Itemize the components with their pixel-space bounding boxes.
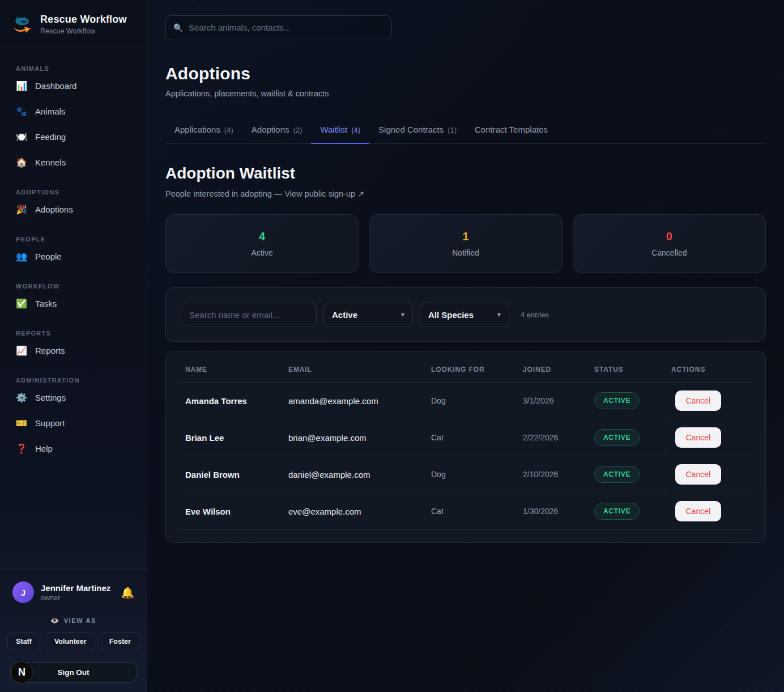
entries-count: 4 entries	[521, 311, 549, 319]
table-row: Amanda Torres amanda@example.com Dog 3/1…	[180, 383, 752, 419]
chevron-down-icon: ▾	[401, 311, 404, 319]
topbar: 🔍	[147, 0, 784, 55]
sidebar-item-animals[interactable]: 🐾 Animals	[0, 99, 147, 124]
stat-card-active: 4 Active	[165, 214, 359, 273]
species-filter-select[interactable]: All Species ▾	[420, 303, 509, 326]
waitlist-table: NAME EMAIL LOOKING FOR JOINED STATUS ACT…	[180, 355, 752, 530]
sidebar-item-label: Adoptions	[35, 205, 73, 214]
view-as-volunteer-button[interactable]: Volunteer	[46, 632, 95, 651]
tab-label: Waitlist	[320, 125, 347, 134]
user-role: owner	[41, 594, 114, 602]
sidebar-item-feeding[interactable]: 🍽️ Feeding	[0, 124, 147, 150]
cell-actions: Cancel	[666, 456, 752, 493]
cancel-button[interactable]: Cancel	[675, 427, 722, 448]
tab-label: Adoptions	[252, 125, 289, 134]
sidebar-item-kennels[interactable]: 🏠 Kennels	[0, 150, 147, 175]
cell-name: Amanda Torres	[180, 383, 283, 419]
sidebar-item-label: People	[35, 252, 62, 261]
sidebar-item-help[interactable]: ❓ Help	[0, 436, 147, 461]
sidebar-footer: J Jennifer Martinez owner 🔔 👁️ VIEW AS S…	[0, 568, 147, 692]
status-badge: ACTIVE	[594, 392, 640, 409]
view-as-roles: Staff Volunteer Foster	[10, 632, 137, 651]
waitlist-title: Adoption Waitlist	[165, 164, 766, 182]
avatar: J	[12, 581, 34, 603]
dev-tools-badge[interactable]: N	[11, 661, 33, 683]
waitlist-search-input[interactable]	[181, 303, 317, 326]
sidebar: Rescue Workflow Rescue Workflow ANIMALS …	[0, 0, 147, 692]
header-actions: ACTIONS	[666, 355, 752, 383]
sidebar-item-settings[interactable]: ⚙️ Settings	[0, 385, 147, 410]
app-title: Rescue Workflow	[40, 14, 127, 26]
sidebar-item-adoptions[interactable]: 🎉 Adoptions	[0, 197, 147, 222]
cell-status: ACTIVE	[589, 419, 666, 456]
nav-section-animals: ANIMALS	[16, 65, 131, 72]
sidebar-item-label: Kennels	[35, 158, 66, 167]
sidebar-item-people[interactable]: 👥 People	[0, 244, 147, 269]
tab-applications[interactable]: Applications (4)	[165, 118, 242, 143]
tab-signed-contracts[interactable]: Signed Contracts (1)	[369, 118, 466, 143]
party-icon: 🎉	[16, 204, 27, 215]
page-content: Adoptions Applications, placements, wait…	[147, 64, 784, 543]
tab-bar: Applications (4) Adoptions (2) Waitlist …	[165, 118, 766, 144]
tab-count: (4)	[224, 126, 233, 134]
view-as-label-row: 👁️ VIEW AS	[10, 617, 137, 625]
stat-notified-value: 1	[462, 230, 468, 243]
waitlist-table-panel: NAME EMAIL LOOKING FOR JOINED STATUS ACT…	[165, 351, 766, 543]
cancel-button[interactable]: Cancel	[675, 501, 722, 521]
tab-adoptions[interactable]: Adoptions (2)	[242, 118, 312, 143]
cell-looking-for: Cat	[425, 493, 517, 530]
sidebar-item-reports[interactable]: 📈 Reports	[0, 338, 147, 363]
stat-notified-label: Notified	[452, 248, 479, 257]
cell-email: daniel@example.com	[283, 456, 425, 493]
tab-count: (4)	[351, 126, 360, 134]
public-signup-link[interactable]: View public sign-up ↗	[284, 189, 364, 198]
app-logo-block: Rescue Workflow Rescue Workflow	[0, 0, 147, 48]
cell-status: ACTIVE	[589, 383, 666, 419]
cell-status: ACTIVE	[589, 456, 666, 493]
search-icon: 🔍	[173, 23, 183, 32]
eye-icon: 👁️	[50, 617, 60, 625]
cell-actions: Cancel	[666, 493, 752, 530]
sidebar-item-tasks[interactable]: ✅ Tasks	[0, 291, 147, 316]
main-area: 🔍 Adoptions Applications, placements, wa…	[147, 0, 784, 692]
app-logo-icon	[11, 14, 33, 35]
app-title-block: Rescue Workflow Rescue Workflow	[40, 14, 127, 35]
status-filter-select[interactable]: Active ▾	[323, 303, 413, 326]
cancel-button[interactable]: Cancel	[675, 390, 722, 411]
cancel-button[interactable]: Cancel	[675, 464, 722, 485]
stat-cancelled-value: 0	[666, 230, 672, 243]
sidebar-item-label: Help	[35, 444, 53, 453]
gear-icon: ⚙️	[16, 392, 27, 403]
tab-contract-templates[interactable]: Contract Templates	[466, 118, 557, 143]
waitlist-description: People interested in adopting —	[165, 189, 284, 198]
view-as-foster-button[interactable]: Foster	[101, 632, 139, 651]
waitlist-subtitle: People interested in adopting — View pub…	[165, 189, 766, 198]
sidebar-item-support[interactable]: 🎫 Support	[0, 410, 147, 436]
header-name: NAME	[180, 355, 283, 383]
header-email: EMAIL	[283, 355, 425, 383]
sidebar-item-dashboard[interactable]: 📊 Dashboard	[0, 73, 147, 99]
view-as-staff-button[interactable]: Staff	[7, 632, 40, 651]
chevron-down-icon: ▾	[497, 311, 501, 319]
header-looking-for: LOOKING FOR	[425, 355, 517, 383]
tab-label: Signed Contracts	[378, 125, 444, 134]
checkbox-icon: ✅	[16, 298, 27, 309]
user-row: J Jennifer Martinez owner 🔔	[12, 581, 134, 603]
question-icon: ❓	[16, 443, 27, 454]
header-status: STATUS	[589, 355, 666, 383]
status-badge: ACTIVE	[594, 466, 640, 483]
table-header-row: NAME EMAIL LOOKING FOR JOINED STATUS ACT…	[180, 355, 752, 383]
nav-section-reports: REPORTS	[16, 330, 131, 337]
stat-active-label: Active	[252, 248, 273, 257]
plate-icon: 🍽️	[16, 131, 27, 142]
table-row: Brian Lee brian@example.com Cat 2/22/202…	[180, 419, 752, 456]
header-joined: JOINED	[517, 355, 589, 383]
bell-icon[interactable]: 🔔	[121, 586, 134, 599]
global-search-input[interactable]	[165, 15, 392, 40]
user-name: Jennifer Martinez	[41, 583, 114, 593]
stats-row: 4 Active 1 Notified 0 Cancelled	[165, 214, 766, 273]
cell-joined: 1/30/2026	[517, 493, 589, 530]
sidebar-item-label: Dashboard	[35, 81, 76, 91]
status-filter-value: Active	[332, 310, 357, 320]
tab-waitlist[interactable]: Waitlist (4)	[311, 118, 369, 144]
